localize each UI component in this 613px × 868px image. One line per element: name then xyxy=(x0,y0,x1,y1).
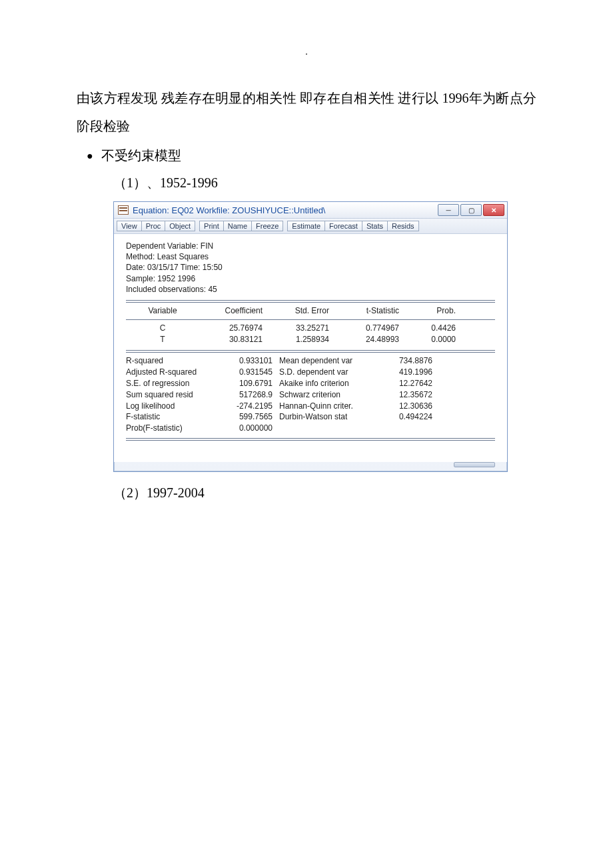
sub-item-2: （2）1997-2004 xyxy=(113,484,536,502)
app-icon xyxy=(118,205,129,215)
sub-item-1: （1）、1952-1996 xyxy=(113,174,536,192)
table-header-row: Variable Coefficient Std. Error t-Statis… xyxy=(126,305,495,317)
divider xyxy=(126,319,495,320)
cell-var: T xyxy=(126,334,199,345)
stat-label: R-squared xyxy=(126,355,223,367)
stat-label: Mean dependent var xyxy=(279,355,382,367)
stat-value: 419.1996 xyxy=(382,367,432,378)
stat-label: Adjusted R-squared xyxy=(126,367,223,378)
dep-var: Dependent Variable: FIN xyxy=(126,241,495,251)
stat-value: 0.931545 xyxy=(223,367,273,378)
stat-value: 734.8876 xyxy=(382,355,432,367)
stat-value: -274.2195 xyxy=(223,401,273,412)
stat-label: S.E. of regression xyxy=(126,378,223,389)
toolbar: View Proc Object Print Name Freeze Estim… xyxy=(114,219,507,234)
view-button[interactable]: View xyxy=(117,221,142,231)
stats-button[interactable]: Stats xyxy=(362,221,388,231)
stat-label: Akaike info criterion xyxy=(279,378,382,389)
stat-label: Durbin-Watson stat xyxy=(279,411,382,423)
stat-value: 12.35672 xyxy=(382,389,432,401)
maximize-button[interactable]: ▢ xyxy=(460,204,482,216)
stats-grid: R-squared Adjusted R-squared S.E. of reg… xyxy=(126,355,495,434)
stat-value: 599.7565 xyxy=(223,411,273,423)
col-tstat: t-Statistic xyxy=(336,305,406,317)
cell-var: C xyxy=(126,323,199,334)
output-content: Dependent Variable: FIN Method: Least Sq… xyxy=(114,234,507,462)
observations: Included observations: 45 xyxy=(126,284,495,295)
cell-p: 0.0000 xyxy=(406,334,462,345)
estimate-button[interactable]: Estimate xyxy=(287,221,325,231)
resids-button[interactable]: Resids xyxy=(387,221,419,231)
object-button[interactable]: Object xyxy=(165,221,195,231)
cell-coef: 30.83121 xyxy=(199,334,269,345)
cell-se: 1.258934 xyxy=(269,334,336,345)
stat-value: 0.000000 xyxy=(223,423,273,434)
name-button[interactable]: Name xyxy=(223,221,252,231)
stat-value: 0.494224 xyxy=(382,411,432,423)
close-button[interactable]: ✕ xyxy=(483,204,504,216)
table-row: C 25.76974 33.25271 0.774967 0.4426 xyxy=(126,323,495,334)
cell-t: 24.48993 xyxy=(336,334,406,345)
stat-label: Hannan-Quinn criter. xyxy=(279,401,382,412)
stat-label: Log likelihood xyxy=(126,401,223,412)
col-coefficient: Coefficient xyxy=(199,305,269,317)
cell-coef: 25.76974 xyxy=(199,323,269,334)
stat-label: S.D. dependent var xyxy=(279,367,382,378)
col-prob: Prob. xyxy=(406,305,462,317)
stat-value: 0.933101 xyxy=(223,355,273,367)
divider xyxy=(126,350,495,353)
col-stderr: Std. Error xyxy=(269,305,336,317)
stat-label: Prob(F-statistic) xyxy=(126,423,223,434)
cell-se: 33.25271 xyxy=(269,323,336,334)
col-variable: Variable xyxy=(126,305,199,317)
eviews-equation-window: Equation: EQ02 Workfile: ZOUSHIYUCE::Unt… xyxy=(113,201,508,472)
stat-value: 12.27642 xyxy=(382,378,432,389)
divider xyxy=(126,438,495,441)
method: Method: Least Squares xyxy=(126,251,495,262)
stat-value: 517268.9 xyxy=(223,389,273,401)
stat-label: Schwarz criterion xyxy=(279,389,382,401)
divider xyxy=(126,300,495,303)
regression-header: Dependent Variable: FIN Method: Least Sq… xyxy=(126,241,495,295)
sample: Sample: 1952 1996 xyxy=(126,273,495,284)
bullet-icon: ● xyxy=(87,150,93,162)
table-row: T 30.83121 1.258934 24.48993 0.0000 xyxy=(126,334,495,345)
stat-label: Sum squared resid xyxy=(126,389,223,401)
date-time: Date: 03/15/17 Time: 15:50 xyxy=(126,262,495,273)
window-title: Equation: EQ02 Workfile: ZOUSHIYUCE::Unt… xyxy=(133,205,438,215)
body-paragraph: 由该方程发现 残差存在明显的相关性 即存在自相关性 进行以 1996年为断点分阶… xyxy=(77,84,536,140)
proc-button[interactable]: Proc xyxy=(141,221,166,231)
bullet-text: 不受约束模型 xyxy=(101,147,181,165)
stat-label: F-statistic xyxy=(126,411,223,423)
cell-t: 0.774967 xyxy=(336,323,406,334)
freeze-button[interactable]: Freeze xyxy=(251,221,283,231)
minimize-button[interactable]: ─ xyxy=(438,204,459,216)
stat-value: 109.6791 xyxy=(223,378,273,389)
window-titlebar: Equation: EQ02 Workfile: ZOUSHIYUCE::Unt… xyxy=(114,202,507,219)
cell-p: 0.4426 xyxy=(406,323,462,334)
stat-value: 12.30636 xyxy=(382,401,432,412)
scrollbar-stub[interactable] xyxy=(454,462,495,467)
page-top-mark: . xyxy=(77,47,536,57)
forecast-button[interactable]: Forecast xyxy=(324,221,362,231)
print-button[interactable]: Print xyxy=(199,221,224,231)
